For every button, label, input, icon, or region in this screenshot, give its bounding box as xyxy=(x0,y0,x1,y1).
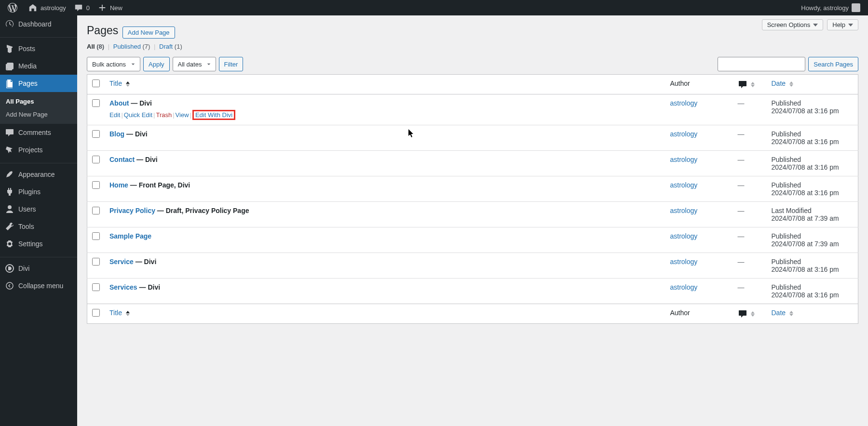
help-label: Help xyxy=(832,21,845,28)
screen-options-button[interactable]: Screen Options xyxy=(762,19,824,30)
author-link[interactable]: astrology xyxy=(670,258,698,266)
author-link[interactable]: astrology xyxy=(670,99,698,107)
search-pages-button[interactable]: Search Pages xyxy=(808,57,858,71)
col-header-comments[interactable] xyxy=(733,75,767,94)
page-title-link[interactable]: Home xyxy=(109,181,128,189)
sidebar-subitem[interactable]: Add New Page xyxy=(0,108,77,121)
plus-icon xyxy=(97,3,107,13)
edit-with-divi-link[interactable]: Edit With Divi xyxy=(195,111,232,119)
comment-bubble-icon xyxy=(738,309,749,317)
row-checkbox[interactable] xyxy=(92,258,100,266)
admin-sidebar: DashboardPostsMediaPagesAll PagesAdd New… xyxy=(0,15,77,333)
author-link[interactable]: astrology xyxy=(670,181,698,189)
filter-published[interactable]: Published (7) xyxy=(113,43,150,50)
sidebar-item-collapse[interactable]: Collapse menu xyxy=(0,277,77,294)
comments-count: — xyxy=(738,232,745,240)
sidebar-item-plugins[interactable]: Plugins xyxy=(0,183,77,200)
apply-button[interactable]: Apply xyxy=(143,57,170,71)
wp-logo[interactable] xyxy=(4,0,24,15)
sidebar-item-media[interactable]: Media xyxy=(0,57,77,75)
sidebar-item-tools[interactable]: Tools xyxy=(0,218,77,235)
page-title-link[interactable]: Service xyxy=(109,258,134,266)
tools-icon xyxy=(5,222,14,231)
new-content-link[interactable]: New xyxy=(94,0,126,15)
sidebar-item-label: Collapse menu xyxy=(18,282,63,290)
table-row: About — DiviEdit|Quick Edit|Trash|View|E… xyxy=(87,94,858,125)
appearance-icon xyxy=(5,170,14,179)
sidebar-item-label: Pages xyxy=(18,80,38,87)
page-title-link[interactable]: Privacy Policy xyxy=(109,207,155,214)
comments-count: — xyxy=(738,207,745,214)
divi-icon xyxy=(5,264,14,273)
comments-count: — xyxy=(738,156,745,163)
filter-all[interactable]: All (8) xyxy=(87,43,104,50)
sidebar-item-label: Appearance xyxy=(18,171,55,178)
sidebar-item-settings[interactable]: Settings xyxy=(0,235,77,253)
edit-link[interactable]: Edit xyxy=(109,111,120,119)
row-checkbox[interactable] xyxy=(92,99,100,107)
row-checkbox[interactable] xyxy=(92,130,100,138)
page-title-link[interactable]: Services xyxy=(109,283,137,291)
sidebar-item-comments[interactable]: Comments xyxy=(0,124,77,141)
add-new-page-button[interactable]: Add New Page xyxy=(122,27,175,39)
page-title-link[interactable]: Sample Page xyxy=(109,232,151,240)
row-checkbox[interactable] xyxy=(92,232,100,240)
plugins-icon xyxy=(5,187,14,197)
sidebar-item-appearance[interactable]: Appearance xyxy=(0,166,77,183)
search-box: Search Pages xyxy=(718,57,858,71)
sidebar-item-label: Comments xyxy=(18,129,51,136)
date-status: Last Modified xyxy=(772,207,854,214)
page-title-link[interactable]: Blog xyxy=(109,130,124,138)
col-footer-title[interactable]: Title xyxy=(105,304,665,324)
col-footer-date[interactable]: Date xyxy=(767,304,858,324)
select-all-checkbox-footer[interactable] xyxy=(92,309,100,317)
sidebar-item-dashboard[interactable]: Dashboard xyxy=(0,15,77,33)
table-row: Services — Diviastrology—Published2024/0… xyxy=(87,279,858,304)
search-input[interactable] xyxy=(718,57,805,71)
filter-draft[interactable]: Draft (1) xyxy=(159,43,182,50)
trash-link[interactable]: Trash xyxy=(156,111,172,119)
page-title-link[interactable]: Contact xyxy=(109,156,135,163)
bulk-actions-select[interactable]: Bulk actions xyxy=(87,57,140,71)
comments-count: — xyxy=(738,130,745,138)
view-link[interactable]: View xyxy=(176,111,189,119)
date-status: Published xyxy=(772,258,854,266)
comment-bubble-icon xyxy=(738,80,749,88)
date-filter-select[interactable]: All dates xyxy=(173,57,216,71)
sidebar-item-users[interactable]: Users xyxy=(0,200,77,218)
user-greeting[interactable]: Howdy, astrology xyxy=(797,0,864,15)
row-checkbox[interactable] xyxy=(92,156,100,163)
comments-link[interactable]: 0 xyxy=(70,0,94,15)
col-footer-comments[interactable] xyxy=(733,304,767,324)
row-checkbox[interactable] xyxy=(92,283,100,291)
sidebar-item-pages[interactable]: Pages xyxy=(0,75,77,92)
page-title-link[interactable]: About xyxy=(109,99,129,107)
sidebar-item-projects[interactable]: Projects xyxy=(0,141,77,159)
sidebar-item-label: Tools xyxy=(18,223,34,230)
author-link[interactable]: astrology xyxy=(670,156,698,163)
table-row: Home — Front Page, Diviastrology—Publish… xyxy=(87,176,858,202)
sidebar-item-divi[interactable]: Divi xyxy=(0,260,77,277)
author-link[interactable]: astrology xyxy=(670,130,698,138)
sidebar-item-posts[interactable]: Posts xyxy=(0,40,77,57)
author-link[interactable]: astrology xyxy=(670,207,698,214)
author-link[interactable]: astrology xyxy=(670,283,698,291)
quick-edit-link[interactable]: Quick Edit xyxy=(124,111,152,119)
help-button[interactable]: Help xyxy=(827,19,858,30)
select-all-checkbox[interactable] xyxy=(92,80,100,87)
page-suffix: — Draft, Privacy Policy Page xyxy=(155,207,249,214)
author-link[interactable]: astrology xyxy=(670,232,698,240)
admin-top-bar: astrology 0 New Howdy, astrology xyxy=(0,0,868,15)
col-header-author[interactable]: Author xyxy=(665,75,733,94)
table-row: Contact — Diviastrology—Published2024/07… xyxy=(87,151,858,176)
site-name-link[interactable]: astrology xyxy=(24,0,70,15)
col-header-date[interactable]: Date xyxy=(767,75,858,94)
col-footer-author[interactable]: Author xyxy=(665,304,733,324)
filter-button[interactable]: Filter xyxy=(219,57,244,71)
row-checkbox[interactable] xyxy=(92,207,100,214)
col-header-title[interactable]: Title xyxy=(105,75,665,94)
row-checkbox[interactable] xyxy=(92,181,100,189)
table-row: Blog — Diviastrology—Published2024/07/08… xyxy=(87,125,858,151)
sidebar-item-label: Projects xyxy=(18,146,43,154)
sidebar-subitem[interactable]: All Pages xyxy=(0,95,77,108)
